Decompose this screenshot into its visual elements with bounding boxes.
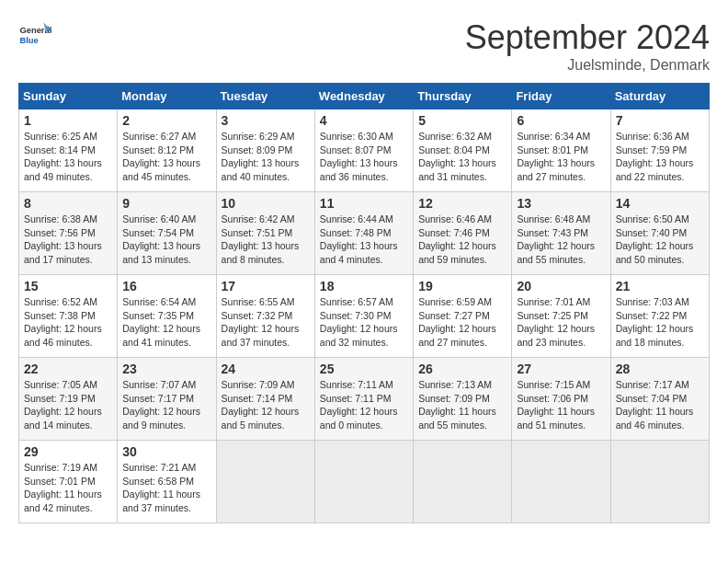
day-number: 10 bbox=[222, 196, 310, 211]
calendar-cell: 13Sunrise: 6:48 AMSunset: 7:43 PMDayligh… bbox=[512, 192, 610, 275]
cell-info: Sunrise: 6:29 AMSunset: 8:09 PMDaylight:… bbox=[222, 130, 310, 184]
weekday-header-friday: Friday bbox=[512, 84, 610, 109]
cell-info: Sunrise: 7:05 AMSunset: 7:19 PMDaylight:… bbox=[24, 378, 112, 432]
day-number: 14 bbox=[616, 196, 704, 211]
cell-info: Sunrise: 7:21 AMSunset: 6:58 PMDaylight:… bbox=[122, 461, 210, 515]
calendar-table: SundayMondayTuesdayWednesdayThursdayFrid… bbox=[18, 83, 710, 523]
cell-info: Sunrise: 7:15 AMSunset: 7:06 PMDaylight:… bbox=[517, 378, 605, 432]
calendar-cell bbox=[216, 441, 314, 523]
cell-info: Sunrise: 6:52 AMSunset: 7:38 PMDaylight:… bbox=[24, 295, 112, 350]
weekday-header-monday: Monday bbox=[118, 84, 216, 109]
cell-info: Sunrise: 6:30 AMSunset: 8:07 PMDaylight:… bbox=[320, 130, 408, 184]
calendar-cell: 19Sunrise: 6:59 AMSunset: 7:27 PMDayligh… bbox=[414, 275, 512, 358]
week-row-5: 29Sunrise: 7:19 AMSunset: 7:01 PMDayligh… bbox=[19, 441, 710, 523]
cell-info: Sunrise: 6:44 AMSunset: 7:48 PMDaylight:… bbox=[320, 213, 408, 267]
calendar-cell: 4Sunrise: 6:30 AMSunset: 8:07 PMDaylight… bbox=[314, 109, 413, 192]
day-number: 16 bbox=[122, 279, 210, 293]
day-number: 3 bbox=[222, 113, 310, 128]
calendar-cell: 5Sunrise: 6:32 AMSunset: 8:04 PMDaylight… bbox=[414, 109, 512, 192]
calendar-cell: 26Sunrise: 7:13 AMSunset: 7:09 PMDayligh… bbox=[414, 358, 512, 441]
day-number: 17 bbox=[222, 279, 310, 293]
calendar-cell: 6Sunrise: 6:34 AMSunset: 8:01 PMDaylight… bbox=[512, 109, 610, 192]
calendar-cell: 21Sunrise: 7:03 AMSunset: 7:22 PMDayligh… bbox=[610, 275, 709, 358]
cell-info: Sunrise: 6:55 AMSunset: 7:32 PMDaylight:… bbox=[222, 295, 310, 350]
day-number: 6 bbox=[517, 113, 605, 128]
day-number: 21 bbox=[616, 279, 704, 293]
day-number: 1 bbox=[24, 113, 112, 128]
calendar-cell: 29Sunrise: 7:19 AMSunset: 7:01 PMDayligh… bbox=[19, 441, 118, 523]
day-number: 18 bbox=[320, 279, 408, 293]
weekday-header-saturday: Saturday bbox=[610, 84, 709, 109]
calendar-cell: 9Sunrise: 6:40 AMSunset: 7:54 PMDaylight… bbox=[118, 192, 216, 275]
day-number: 11 bbox=[320, 196, 408, 211]
month-title: September 2024 bbox=[465, 18, 710, 57]
day-number: 28 bbox=[616, 362, 704, 376]
calendar-cell: 3Sunrise: 6:29 AMSunset: 8:09 PMDaylight… bbox=[216, 109, 314, 192]
day-number: 20 bbox=[517, 279, 605, 293]
cell-info: Sunrise: 7:17 AMSunset: 7:04 PMDaylight:… bbox=[616, 378, 704, 432]
calendar-cell: 23Sunrise: 7:07 AMSunset: 7:17 PMDayligh… bbox=[118, 358, 216, 441]
cell-info: Sunrise: 6:40 AMSunset: 7:54 PMDaylight:… bbox=[122, 213, 210, 267]
day-number: 13 bbox=[517, 196, 605, 211]
calendar-cell: 28Sunrise: 7:17 AMSunset: 7:04 PMDayligh… bbox=[610, 358, 709, 441]
cell-info: Sunrise: 6:50 AMSunset: 7:40 PMDaylight:… bbox=[616, 213, 704, 267]
calendar-cell bbox=[314, 441, 413, 523]
cell-info: Sunrise: 7:01 AMSunset: 7:25 PMDaylight:… bbox=[517, 295, 605, 350]
calendar-cell: 8Sunrise: 6:38 AMSunset: 7:56 PMDaylight… bbox=[19, 192, 118, 275]
day-number: 30 bbox=[122, 444, 210, 459]
calendar-cell: 16Sunrise: 6:54 AMSunset: 7:35 PMDayligh… bbox=[118, 275, 216, 358]
cell-info: Sunrise: 6:32 AMSunset: 8:04 PMDaylight:… bbox=[418, 130, 506, 184]
cell-info: Sunrise: 6:27 AMSunset: 8:12 PMDaylight:… bbox=[122, 130, 210, 184]
week-row-1: 1Sunrise: 6:25 AMSunset: 8:14 PMDaylight… bbox=[19, 109, 710, 192]
calendar-cell: 11Sunrise: 6:44 AMSunset: 7:48 PMDayligh… bbox=[314, 192, 413, 275]
cell-info: Sunrise: 6:38 AMSunset: 7:56 PMDaylight:… bbox=[24, 213, 112, 267]
day-number: 25 bbox=[320, 362, 408, 376]
day-number: 15 bbox=[24, 279, 112, 293]
title-block: September 2024 Juelsminde, Denmark bbox=[465, 18, 710, 74]
cell-info: Sunrise: 6:46 AMSunset: 7:46 PMDaylight:… bbox=[418, 213, 506, 267]
cell-info: Sunrise: 6:48 AMSunset: 7:43 PMDaylight:… bbox=[517, 213, 605, 267]
calendar-cell bbox=[610, 441, 709, 523]
calendar-cell: 15Sunrise: 6:52 AMSunset: 7:38 PMDayligh… bbox=[19, 275, 118, 358]
day-number: 24 bbox=[222, 362, 310, 376]
calendar-cell: 18Sunrise: 6:57 AMSunset: 7:30 PMDayligh… bbox=[314, 275, 413, 358]
cell-info: Sunrise: 6:57 AMSunset: 7:30 PMDaylight:… bbox=[320, 295, 408, 350]
week-row-2: 8Sunrise: 6:38 AMSunset: 7:56 PMDaylight… bbox=[19, 192, 710, 275]
logo: General Blue bbox=[18, 18, 51, 52]
calendar-cell: 20Sunrise: 7:01 AMSunset: 7:25 PMDayligh… bbox=[512, 275, 610, 358]
weekday-header-row: SundayMondayTuesdayWednesdayThursdayFrid… bbox=[19, 84, 710, 109]
calendar-cell: 7Sunrise: 6:36 AMSunset: 7:59 PMDaylight… bbox=[610, 109, 709, 192]
weekday-header-tuesday: Tuesday bbox=[216, 84, 314, 109]
cell-info: Sunrise: 7:19 AMSunset: 7:01 PMDaylight:… bbox=[24, 461, 112, 515]
cell-info: Sunrise: 6:42 AMSunset: 7:51 PMDaylight:… bbox=[222, 213, 310, 267]
calendar-cell: 25Sunrise: 7:11 AMSunset: 7:11 PMDayligh… bbox=[314, 358, 413, 441]
calendar-cell: 1Sunrise: 6:25 AMSunset: 8:14 PMDaylight… bbox=[19, 109, 118, 192]
calendar-cell: 14Sunrise: 6:50 AMSunset: 7:40 PMDayligh… bbox=[610, 192, 709, 275]
svg-text:Blue: Blue bbox=[19, 36, 38, 45]
day-number: 7 bbox=[616, 113, 704, 128]
calendar-cell: 27Sunrise: 7:15 AMSunset: 7:06 PMDayligh… bbox=[512, 358, 610, 441]
calendar-cell: 30Sunrise: 7:21 AMSunset: 6:58 PMDayligh… bbox=[118, 441, 216, 523]
day-number: 4 bbox=[320, 113, 408, 128]
weekday-header-thursday: Thursday bbox=[414, 84, 512, 109]
cell-info: Sunrise: 7:13 AMSunset: 7:09 PMDaylight:… bbox=[418, 378, 506, 432]
calendar-cell bbox=[512, 441, 610, 523]
cell-info: Sunrise: 6:36 AMSunset: 7:59 PMDaylight:… bbox=[616, 130, 704, 184]
cell-info: Sunrise: 7:07 AMSunset: 7:17 PMDaylight:… bbox=[122, 378, 210, 432]
calendar-cell: 12Sunrise: 6:46 AMSunset: 7:46 PMDayligh… bbox=[414, 192, 512, 275]
logo-icon: General Blue bbox=[18, 18, 51, 52]
calendar-cell: 2Sunrise: 6:27 AMSunset: 8:12 PMDaylight… bbox=[118, 109, 216, 192]
calendar-cell: 10Sunrise: 6:42 AMSunset: 7:51 PMDayligh… bbox=[216, 192, 314, 275]
week-row-4: 22Sunrise: 7:05 AMSunset: 7:19 PMDayligh… bbox=[19, 358, 710, 441]
page-header: General Blue September 2024 Juelsminde, … bbox=[18, 18, 710, 74]
cell-info: Sunrise: 6:25 AMSunset: 8:14 PMDaylight:… bbox=[24, 130, 112, 184]
day-number: 27 bbox=[517, 362, 605, 376]
calendar-cell: 22Sunrise: 7:05 AMSunset: 7:19 PMDayligh… bbox=[19, 358, 118, 441]
calendar-cell: 24Sunrise: 7:09 AMSunset: 7:14 PMDayligh… bbox=[216, 358, 314, 441]
location-subtitle: Juelsminde, Denmark bbox=[465, 57, 710, 74]
cell-info: Sunrise: 6:34 AMSunset: 8:01 PMDaylight:… bbox=[517, 130, 605, 184]
day-number: 22 bbox=[24, 362, 112, 376]
cell-info: Sunrise: 6:59 AMSunset: 7:27 PMDaylight:… bbox=[418, 295, 506, 350]
week-row-3: 15Sunrise: 6:52 AMSunset: 7:38 PMDayligh… bbox=[19, 275, 710, 358]
day-number: 19 bbox=[418, 279, 506, 293]
